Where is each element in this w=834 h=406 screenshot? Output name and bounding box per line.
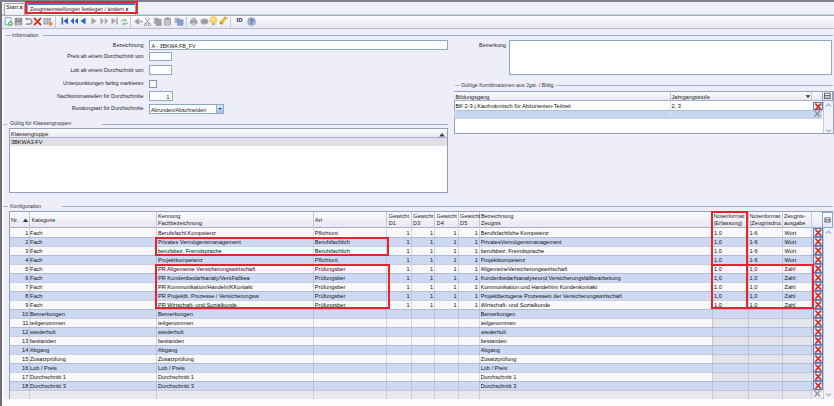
svg-text:?: ? xyxy=(249,17,253,24)
